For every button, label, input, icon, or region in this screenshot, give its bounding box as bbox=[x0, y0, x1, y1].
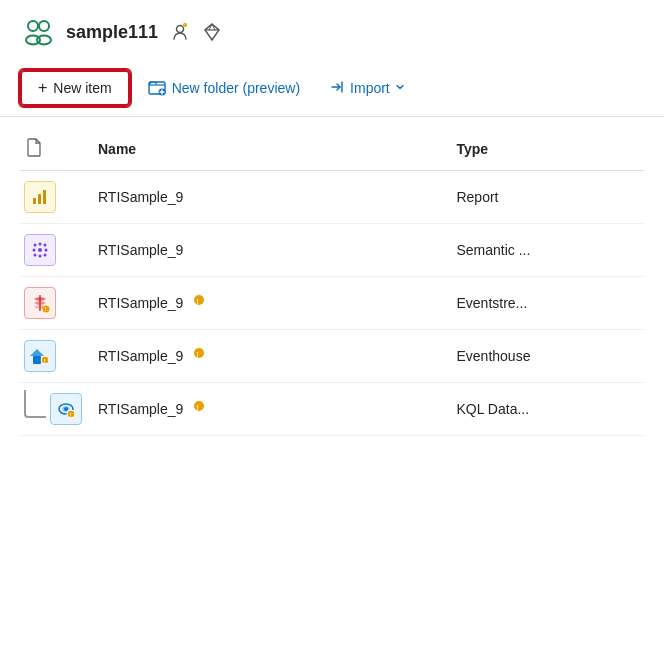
table-row[interactable]: RTISample_9 Semantic ... bbox=[20, 224, 644, 277]
item-type-cell: KQL Data... bbox=[448, 383, 644, 436]
warning-badge: ! bbox=[189, 294, 205, 313]
indent-line bbox=[24, 390, 46, 418]
warning-badge: ! bbox=[189, 400, 205, 419]
new-folder-label: New folder (preview) bbox=[172, 80, 300, 96]
table-row[interactable]: ! RTISample_9 ! bbox=[20, 383, 644, 436]
import-chevron-icon bbox=[394, 80, 406, 96]
svg-text:!: ! bbox=[197, 403, 199, 410]
item-type-cell: Eventstre... bbox=[448, 277, 644, 330]
svg-point-4 bbox=[177, 26, 184, 33]
item-name-cell: RTISample_9 bbox=[90, 171, 448, 224]
svg-text:!: ! bbox=[197, 350, 199, 357]
item-name-cell: RTISample_9 ! bbox=[90, 277, 448, 330]
item-type-cell: Report bbox=[448, 171, 644, 224]
svg-point-18 bbox=[38, 248, 42, 252]
new-item-button[interactable]: + New item bbox=[20, 70, 130, 106]
svg-text:!: ! bbox=[70, 412, 72, 418]
table-row[interactable]: RTISample_9 Report bbox=[20, 171, 644, 224]
svg-point-22 bbox=[39, 255, 42, 258]
col-header-icon bbox=[20, 127, 90, 171]
svg-rect-15 bbox=[33, 198, 36, 204]
svg-text:!: ! bbox=[184, 24, 185, 28]
toolbar: + New item New folder (preview) Import bbox=[0, 60, 664, 116]
items-table: Name Type bbox=[20, 127, 644, 436]
svg-point-19 bbox=[33, 249, 36, 252]
svg-point-20 bbox=[45, 249, 48, 252]
svg-marker-32 bbox=[30, 349, 44, 356]
svg-rect-17 bbox=[43, 190, 46, 204]
item-name-cell: RTISample_9 ! bbox=[90, 383, 448, 436]
header: sample111 ! bbox=[0, 0, 664, 60]
diamond-icon[interactable] bbox=[202, 22, 222, 42]
workspace-title: sample111 bbox=[66, 22, 158, 43]
svg-point-23 bbox=[34, 244, 37, 247]
item-icon-cell: ! bbox=[20, 277, 90, 330]
svg-text:!: ! bbox=[197, 297, 199, 304]
import-button[interactable]: Import bbox=[318, 72, 418, 105]
item-type-cell: Eventhouse bbox=[448, 330, 644, 383]
item-name-cell: RTISample_9 bbox=[90, 224, 448, 277]
item-type-cell: Semantic ... bbox=[448, 224, 644, 277]
table-header-row: Name Type bbox=[20, 127, 644, 171]
import-icon bbox=[330, 79, 346, 98]
col-header-type: Type bbox=[448, 127, 644, 171]
table-row[interactable]: ! RTISample_9 ! bbox=[20, 330, 644, 383]
app-logo-icon bbox=[20, 14, 56, 50]
item-icon-cell bbox=[20, 171, 90, 224]
new-item-label: New item bbox=[53, 80, 111, 96]
settings-person-icon[interactable]: ! bbox=[170, 22, 190, 42]
svg-point-21 bbox=[39, 243, 42, 246]
item-name-cell: RTISample_9 ! bbox=[90, 330, 448, 383]
items-table-container: Name Type bbox=[0, 117, 664, 436]
item-icon-cell: ! bbox=[20, 330, 90, 383]
item-icon-cell: ! bbox=[20, 383, 90, 436]
svg-point-39 bbox=[64, 407, 68, 411]
col-header-name: Name bbox=[90, 127, 448, 171]
svg-point-0 bbox=[28, 21, 38, 31]
svg-marker-7 bbox=[205, 24, 219, 40]
svg-rect-31 bbox=[33, 356, 41, 364]
svg-text:!: ! bbox=[44, 358, 46, 364]
svg-point-24 bbox=[44, 244, 47, 247]
new-folder-icon bbox=[148, 78, 166, 99]
plus-icon: + bbox=[38, 79, 47, 97]
svg-point-26 bbox=[44, 254, 47, 257]
svg-point-1 bbox=[39, 21, 49, 31]
table-row[interactable]: ! RTISample_9 ! bbox=[20, 277, 644, 330]
new-folder-button[interactable]: New folder (preview) bbox=[134, 71, 314, 106]
svg-point-25 bbox=[34, 254, 37, 257]
warning-badge: ! bbox=[189, 347, 205, 366]
svg-rect-16 bbox=[38, 194, 41, 204]
item-icon-cell bbox=[20, 224, 90, 277]
import-label: Import bbox=[350, 80, 390, 96]
